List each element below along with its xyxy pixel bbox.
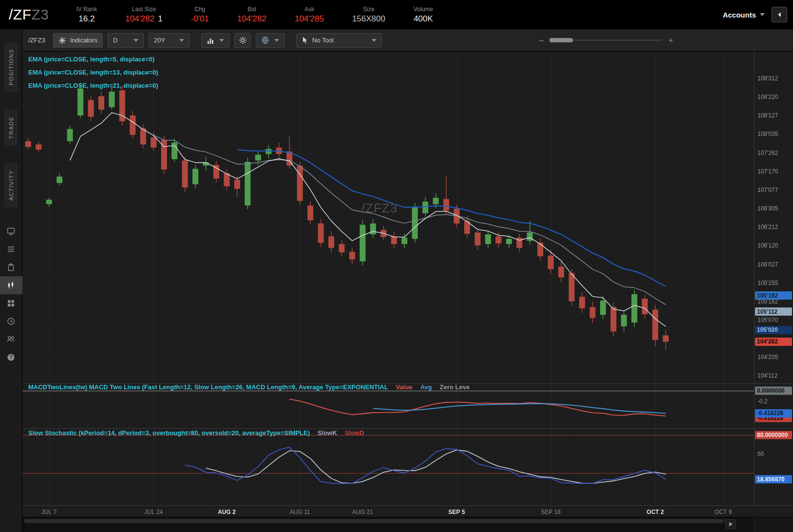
svg-text:?: ? [9,355,12,360]
bar-chart-icon [207,37,214,44]
stat-iv-rank: IV Rank 16.2 [76,6,97,24]
chart-scrollbar [22,517,793,532]
chevron-down-icon [760,13,765,16]
stat-value: 16.2 [78,14,94,24]
chevron-left-icon [776,12,782,18]
range-value: 20Y [154,37,165,44]
symbol-root: /ZF [9,6,32,22]
monitor-icon [6,227,16,236]
scrollbar-corner [754,517,793,532]
sidebar-item-quote-board[interactable] [0,222,22,240]
stat-label: Last Size [132,6,156,13]
indicators-icon [58,37,66,44]
symbol-title: /ZFZ3 [9,6,49,23]
chart-area: EMA (price=CLOSE, length=5, displace=0) … [22,52,793,517]
chart-toolbar: /ZFZ3 Indicators D 20Y [22,29,793,52]
stat-size: Size 156X800 [352,6,385,24]
left-rail: POSITIONS TRADE ACTIVITY [0,29,22,532]
drawing-tool-dropdown[interactable]: No Tool [296,33,382,48]
stat-value: 104'285 [295,14,324,24]
clock-icon [6,317,16,326]
sidebar-item-orders[interactable] [0,258,22,276]
price-chart-canvas[interactable] [22,52,793,517]
scrollbar-thumb[interactable] [24,519,722,523]
gear-icon [239,36,247,44]
sidebar-item-community[interactable] [0,330,22,348]
aggregation-value: D [113,37,117,44]
stat-ask: Ask 104'285 [295,6,324,24]
chevron-down-icon [219,39,224,42]
stat-last-size: Last Size 104'2821 [125,6,162,24]
symbol-suffix: Z3 [32,6,49,22]
stat-value-size: 1 [158,14,162,24]
zoom-in-button[interactable]: + [668,36,673,44]
chart-symbol-field[interactable]: /ZFZ3 [28,37,45,44]
indicators-button[interactable]: Indicators [53,33,103,48]
quote-header: /ZFZ3 IV Rank 16.2 Last Size 104'2821 Ch… [0,0,793,29]
stat-value: -0'01 [191,14,209,24]
chevron-down-icon [274,39,279,42]
indicators-label: Indicators [70,37,97,44]
candlestick-chart-icon [6,281,16,290]
zoom-control: – + [539,36,673,44]
sidebar-tab-positions[interactable]: POSITIONS [4,42,18,92]
zoom-out-button[interactable]: – [539,36,544,44]
stat-label: Chg [194,6,205,13]
chart-type-dropdown[interactable] [201,33,229,48]
stat-label: Volume [414,6,433,13]
accounts-dropdown[interactable]: Accounts [723,11,765,19]
stat-label: Ask [304,6,314,13]
clipboard-icon [6,263,16,272]
cursor-icon [302,37,308,44]
quote-stats: IV Rank 16.2 Last Size 104'2821 Chg -0'0… [76,6,434,24]
stat-change: Chg -0'01 [191,6,209,24]
chevron-down-icon [179,39,184,42]
stat-bid: Bid 104'282 [237,6,266,24]
zoom-slider-handle[interactable] [549,38,573,42]
layout-dropdown[interactable] [256,33,284,48]
grid-icon [6,299,16,308]
stat-value: 104'282 [237,14,266,24]
sidebar-item-chart[interactable] [0,276,22,294]
users-icon [6,335,16,344]
stat-value: 156X800 [352,14,385,24]
stat-volume: Volume 400K [414,6,433,24]
list-icon [6,245,16,254]
zoom-slider[interactable] [549,39,662,41]
stat-label: Bid [247,6,256,13]
tool-label: No Tool [312,37,367,44]
chart-settings-button[interactable] [234,33,251,48]
globe-icon [261,36,269,44]
stat-value: 400K [414,14,433,24]
sidebar-item-grid[interactable] [0,294,22,312]
sidebar-icons: ? [0,222,22,366]
accounts-label: Accounts [723,11,756,19]
stat-label: IV Rank [76,6,97,13]
help-icon: ? [6,353,16,362]
stat-label: Size [363,6,374,13]
chevron-down-icon [372,39,377,42]
aggregation-dropdown[interactable]: D [108,33,144,48]
chevron-right-icon [729,522,733,527]
sidebar-tab-activity[interactable]: ACTIVITY [4,163,18,208]
sidebar-item-history[interactable] [0,312,22,330]
stat-value-last: 104'282 [125,14,154,24]
range-dropdown[interactable]: 20Y [149,33,189,48]
sidebar-tab-trade[interactable]: TRADE [4,110,18,146]
collapse-panel-button[interactable] [772,7,787,22]
scrollbar-track[interactable] [24,519,729,523]
sidebar-item-watchlist[interactable] [0,240,22,258]
scroll-right-button[interactable] [726,519,736,529]
chevron-down-icon [133,39,138,42]
sidebar-item-help[interactable]: ? [0,348,22,366]
